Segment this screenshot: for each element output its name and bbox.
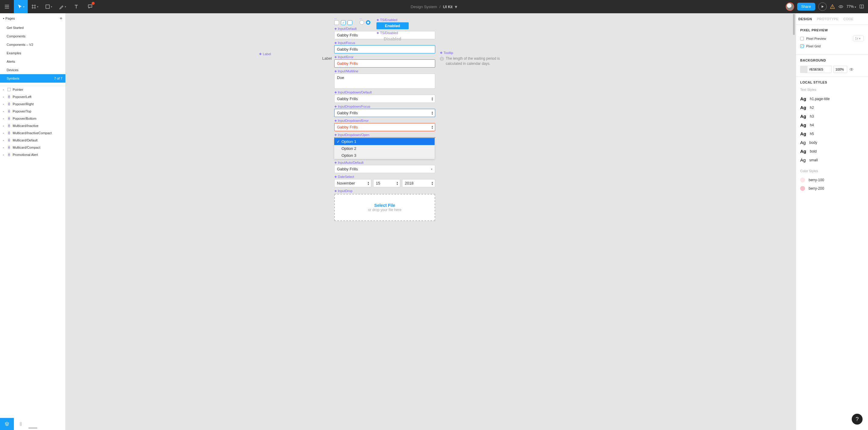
pen-tool[interactable]: ▾ <box>56 0 69 13</box>
visibility-icon[interactable] <box>849 67 854 72</box>
layer-item[interactable]: ▸Multicard/Compact <box>0 144 65 151</box>
svg-rect-3 <box>7 88 10 91</box>
label-text: Label <box>322 56 332 61</box>
tab-code[interactable]: CODE <box>841 13 856 24</box>
dropdown-default[interactable]: Gabby Frills▴▾ <box>334 95 435 103</box>
add-page-button[interactable]: + <box>60 16 62 21</box>
text-style-item[interactable]: Agh4 <box>800 121 864 130</box>
menu-button[interactable] <box>0 0 14 13</box>
tab-design[interactable]: DESIGN <box>796 13 814 24</box>
info-icon: i <box>440 57 444 61</box>
input-focus[interactable]: Gabby Frills <box>334 45 435 53</box>
dropdown-option[interactable]: Option 2 <box>334 145 435 152</box>
page-item[interactable]: Components – V2 <box>0 40 65 49</box>
input-error[interactable]: Gabby Frills <box>334 59 435 67</box>
component-label: Label <box>259 52 271 56</box>
tab-prototype[interactable]: PROTOTYPE <box>814 13 841 24</box>
dropdown-option[interactable]: Option 1 <box>334 138 435 145</box>
svg-point-1 <box>832 7 833 8</box>
layer-item[interactable]: ▸Pointer <box>0 86 65 93</box>
text-style-item[interactable]: Agh1.page-title <box>800 94 864 103</box>
date-day[interactable]: 15▴▾ <box>373 179 400 187</box>
layer-item[interactable]: ▸Popover/Right <box>0 101 65 108</box>
pixel-preview-checkbox[interactable] <box>800 37 804 40</box>
svg-point-2 <box>840 6 841 7</box>
zoom-level[interactable]: 77% ▾ <box>846 4 856 9</box>
frame-tool[interactable]: ▾ <box>28 0 41 13</box>
top-toolbar: ▾ ▾ ▾ ▾ Design System / UI Kit ▾ Share 7… <box>0 0 868 13</box>
checkbox-checked[interactable]: ✓ <box>341 20 346 25</box>
canvas[interactable]: ... ✓ ... TS/Enabled Enabled TS/Disabled <box>66 13 796 430</box>
left-panel: ▾ Pages + Get StartedComponentsComponent… <box>0 13 66 430</box>
text-tool[interactable] <box>69 0 83 13</box>
shape-tool[interactable]: ▾ <box>41 0 56 13</box>
file-drop-zone[interactable]: Select File or drop your file here <box>334 194 435 221</box>
toggle-enabled[interactable]: Enabled <box>376 22 409 29</box>
breadcrumb[interactable]: Design System / UI Kit ▾ <box>411 4 458 10</box>
canvas-scrollbar[interactable] <box>793 14 795 35</box>
text-style-item[interactable]: Agh2 <box>800 103 864 112</box>
pixel-scale-select[interactable]: 1x ▾ <box>853 36 864 41</box>
date-month[interactable]: November▴▾ <box>334 179 371 187</box>
text-style-item[interactable]: Agbody <box>800 138 864 147</box>
page-item[interactable]: Alerts <box>0 57 65 66</box>
date-year[interactable]: 2018▴▾ <box>402 179 435 187</box>
layer-item[interactable]: ▸Popover/Left <box>0 93 65 101</box>
page-item[interactable]: Get Started <box>0 24 65 32</box>
text-style-item[interactable]: Agsmall <box>800 155 864 164</box>
layer-item[interactable]: ▸Multicard/Inactive <box>0 122 65 130</box>
text-style-item[interactable]: Agh3 <box>800 112 864 121</box>
page-item[interactable]: Components <box>0 32 65 40</box>
assets-tab-button[interactable] <box>14 418 28 430</box>
pages-header[interactable]: ▾ Pages + <box>0 13 65 24</box>
input-multiline[interactable]: Doe <box>334 74 435 89</box>
layer-item[interactable]: ▸Multicard/Default <box>0 137 65 144</box>
present-button[interactable] <box>818 2 827 11</box>
layers-list: ▸Pointer▸Popover/Left▸Popover/Right▸Popo… <box>0 86 65 418</box>
layer-item[interactable]: ▸Popover/Top <box>0 108 65 115</box>
move-tool[interactable]: ▾ <box>14 0 28 13</box>
color-style-item[interactable]: berry-100 <box>800 176 864 184</box>
share-button[interactable]: Share <box>797 3 815 10</box>
checkbox-empty[interactable] <box>334 20 339 25</box>
dropdown-focus[interactable]: Gabby Frills▴▾ <box>334 109 435 117</box>
color-style-item[interactable]: berry-200 <box>800 184 864 193</box>
component-label: TS/Disabled <box>376 31 409 35</box>
warning-icon[interactable] <box>830 4 835 9</box>
text-style-item[interactable]: Agbold <box>800 147 864 155</box>
layer-item[interactable]: ▸Promotional Alert <box>0 151 65 158</box>
right-panel: DESIGN PROTOTYPE CODE PIXEL PREVIEW Pixe… <box>796 13 868 430</box>
dropdown-option[interactable]: Option 3 <box>334 152 435 159</box>
text-style-item[interactable]: Agh5 <box>800 130 864 138</box>
background-swatch[interactable] <box>800 66 807 73</box>
svg-point-4 <box>851 69 852 70</box>
book-icon[interactable] <box>859 4 864 9</box>
toggle-disabled: Disabled <box>376 35 408 42</box>
help-button[interactable]: ? <box>852 414 863 425</box>
page-item[interactable]: Devices <box>0 66 65 74</box>
view-icon[interactable] <box>838 4 844 9</box>
page-item[interactable]: Examples <box>0 49 65 57</box>
dropdown-error[interactable]: Gabby Frills▴▾ <box>334 123 435 131</box>
component-label: Tooltip <box>440 51 506 55</box>
input-auto[interactable]: Gabby Frills▾ <box>334 165 435 173</box>
background-hex-input[interactable] <box>807 66 832 73</box>
layer-item[interactable]: ▸Popover/Bottom <box>0 115 65 122</box>
comment-tool[interactable] <box>83 0 97 13</box>
layers-tab-button[interactable] <box>0 418 14 430</box>
radio-empty[interactable] <box>360 20 364 25</box>
notification-dot <box>92 2 95 5</box>
page-item-active[interactable]: Symbols 7 of 7 <box>0 74 65 83</box>
breadcrumb-parent: Design System <box>411 4 437 9</box>
checkbox-outline[interactable] <box>347 20 352 25</box>
avatar[interactable] <box>786 2 794 11</box>
component-label: TS/Enabled <box>376 18 409 22</box>
scrollbar-thumb[interactable] <box>28 427 37 429</box>
background-opacity-input[interactable] <box>833 66 847 73</box>
pixel-grid-checkbox[interactable]: ✓ <box>800 44 804 48</box>
radio-filled[interactable] <box>366 20 370 25</box>
tooltip-text: The length of the waiting period is calc… <box>446 56 506 66</box>
breadcrumb-current: UI Kit <box>443 4 453 9</box>
svg-rect-0 <box>46 5 50 8</box>
layer-item[interactable]: ▸Multicard/InactiveCompact <box>0 130 65 137</box>
